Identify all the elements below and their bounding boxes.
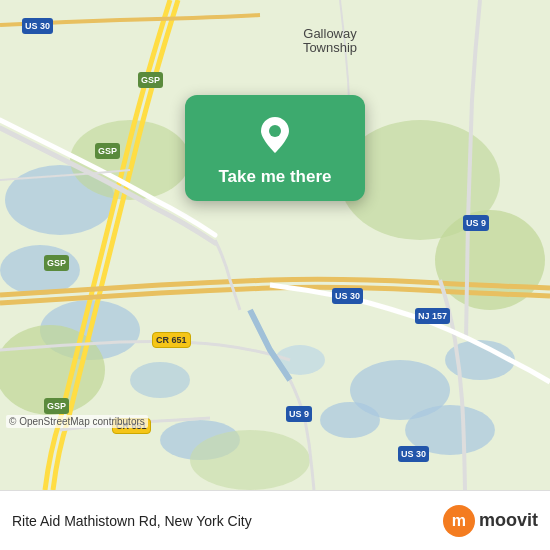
shield-nj157: NJ 157 <box>415 308 450 324</box>
shield-gsp-4: GSP <box>44 398 69 414</box>
moovit-brand-text: moovit <box>479 510 538 531</box>
take-me-there-card[interactable]: Take me there <box>185 95 365 201</box>
location-label: Rite Aid Mathistown Rd, New York City <box>12 513 252 529</box>
svg-point-7 <box>320 402 380 438</box>
location-pin-icon <box>253 113 297 157</box>
svg-point-15 <box>190 430 310 490</box>
shield-us9-bot: US 9 <box>286 406 312 422</box>
shield-gsp-3: GSP <box>44 255 69 271</box>
svg-text:Township: Township <box>303 40 357 55</box>
svg-text:Galloway: Galloway <box>303 26 357 41</box>
shield-us30-mid: US 30 <box>332 288 363 304</box>
shield-us30-bot: US 30 <box>398 446 429 462</box>
shield-us9-right: US 9 <box>463 215 489 231</box>
shield-gsp-1: GSP <box>138 72 163 88</box>
svg-point-10 <box>130 362 190 398</box>
map-attribution: © OpenStreetMap contributors <box>6 415 148 428</box>
shield-gsp-2: GSP <box>95 143 120 159</box>
map-container: Galloway Township US 30 GSP GSP GSP GSP … <box>0 0 550 490</box>
shield-cr651-top: CR 651 <box>152 332 191 348</box>
moovit-icon: m <box>443 505 475 537</box>
shield-us30-top: US 30 <box>22 18 53 34</box>
moovit-logo: m moovit <box>443 505 538 537</box>
info-bar: Rite Aid Mathistown Rd, New York City m … <box>0 490 550 550</box>
take-me-there-label: Take me there <box>218 167 331 187</box>
svg-point-18 <box>269 125 281 137</box>
